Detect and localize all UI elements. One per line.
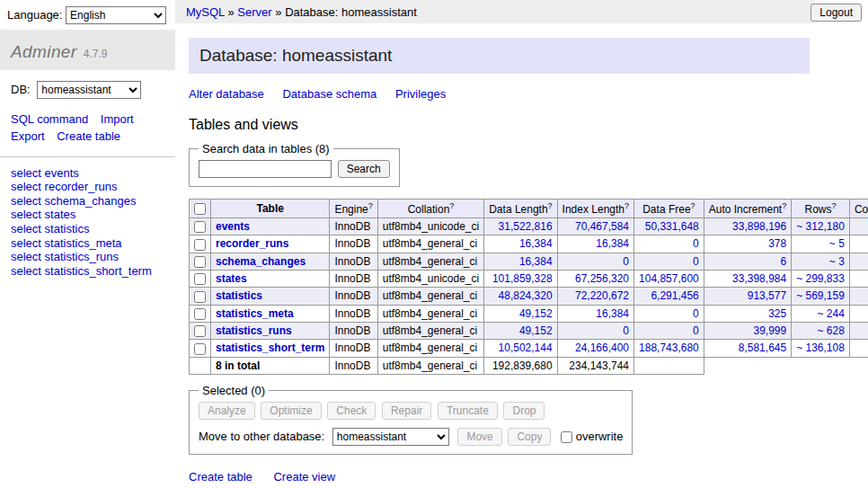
language-select[interactable]: English: [66, 6, 166, 24]
row-checkbox[interactable]: [194, 343, 206, 355]
breadcrumb-link-server[interactable]: Server: [237, 5, 271, 19]
rows-link[interactable]: ~ 628: [818, 324, 845, 337]
table-link[interactable]: statistics: [216, 289, 262, 302]
header-index-length[interactable]: Index Length?: [557, 200, 633, 218]
overwrite-checkbox[interactable]: [561, 431, 572, 443]
data-free-link[interactable]: 50,331,648: [645, 220, 699, 233]
rows-link[interactable]: ~ 312,180: [796, 220, 845, 233]
data-free-link[interactable]: 0: [693, 307, 699, 320]
row-checkbox[interactable]: [194, 291, 206, 303]
logout-button[interactable]: Logout: [810, 4, 862, 22]
sidebar-item-select-recorder-runs[interactable]: select recorder_runs: [11, 180, 164, 194]
header-auto-increment[interactable]: Auto Increment?: [704, 200, 791, 218]
sidebar-item-select-schema-changes[interactable]: select schema_changes: [11, 194, 164, 209]
row-checkbox[interactable]: [194, 256, 206, 268]
auto-increment-link[interactable]: 33,398,984: [732, 272, 786, 285]
data-free-link[interactable]: 104,857,600: [639, 272, 699, 285]
truncate-button[interactable]: Truncate: [438, 402, 498, 420]
sidebar-item-select-statistics-short-term[interactable]: select statistics_short_term: [11, 264, 164, 279]
data-free-link[interactable]: 0: [693, 237, 699, 250]
data-free-link[interactable]: 0: [693, 255, 699, 268]
data-length-link[interactable]: 31,522,816: [499, 220, 553, 233]
table-link[interactable]: events: [216, 220, 250, 233]
index-length-link[interactable]: 16,384: [596, 307, 629, 320]
sidebar-sql-command-link[interactable]: SQL command: [11, 112, 88, 126]
table-link[interactable]: statistics_meta: [216, 307, 294, 320]
row-checkbox[interactable]: [194, 308, 206, 320]
analyze-button[interactable]: Analyze: [199, 402, 255, 420]
breadcrumb-link-mysql[interactable]: MySQL: [186, 5, 225, 19]
sidebar-create-table-link[interactable]: Create table: [57, 129, 120, 143]
index-length-link[interactable]: 16,384: [596, 237, 629, 250]
sidebar-item-select-statistics-meta[interactable]: select statistics_meta: [11, 236, 164, 251]
row-checkbox[interactable]: [194, 239, 206, 251]
header-collation[interactable]: Collation?: [377, 200, 483, 218]
data-length-link[interactable]: 16,384: [519, 255, 553, 268]
rows-link[interactable]: ~ 569,159: [796, 289, 845, 302]
db-select[interactable]: homeassistant: [37, 81, 141, 99]
select-all-checkbox[interactable]: [194, 203, 206, 215]
row-checkbox[interactable]: [194, 273, 206, 285]
header-data-free[interactable]: Data Free?: [634, 200, 704, 218]
header-data-length[interactable]: Data Length?: [484, 200, 557, 218]
header-comment[interactable]: Comment?: [849, 200, 868, 218]
auto-increment-link[interactable]: 33,898,196: [732, 220, 786, 233]
index-length-link[interactable]: 24,166,400: [575, 342, 629, 354]
data-free-link[interactable]: 6,291,456: [651, 289, 698, 302]
rows-link[interactable]: ~ 136,108: [796, 342, 845, 354]
data-length-link[interactable]: 49,152: [519, 324, 553, 337]
sidebar-item-select-statistics[interactable]: select statistics: [11, 222, 164, 236]
data-free-link[interactable]: 188,743,680: [639, 342, 699, 354]
auto-increment-link[interactable]: 39,999: [753, 324, 786, 337]
index-length-link[interactable]: 70,467,584: [575, 220, 629, 233]
index-length-link[interactable]: 67,256,320: [575, 272, 629, 285]
repair-button[interactable]: Repair: [382, 402, 431, 420]
alter-database-link[interactable]: Alter database: [189, 87, 264, 101]
data-length-link[interactable]: 48,824,320: [499, 289, 553, 302]
data-free-link[interactable]: 0: [693, 324, 699, 337]
sidebar-item-select-statistics-runs[interactable]: select statistics_runs: [11, 250, 164, 264]
auto-increment-link[interactable]: 6: [780, 255, 786, 268]
rows-link[interactable]: ~ 3: [829, 255, 845, 268]
data-length-link[interactable]: 49,152: [519, 307, 553, 320]
header-rows[interactable]: Rows?: [792, 200, 850, 218]
table-link[interactable]: schema_changes: [216, 255, 306, 268]
auto-increment-link[interactable]: 8,581,645: [739, 342, 786, 354]
index-length-link[interactable]: 72,220,672: [575, 289, 629, 302]
data-length-link[interactable]: 101,859,328: [492, 272, 553, 285]
data-length-link[interactable]: 10,502,144: [499, 342, 553, 354]
row-checkbox[interactable]: [194, 221, 206, 233]
database-schema-link[interactable]: Database schema: [282, 87, 376, 101]
copy-button[interactable]: Copy: [508, 428, 551, 446]
create-table-link[interactable]: Create table: [189, 470, 252, 484]
sidebar-export-link[interactable]: Export: [11, 129, 45, 143]
create-view-link[interactable]: Create view: [273, 470, 335, 484]
table-link[interactable]: statistics_short_term: [216, 342, 324, 354]
rows-link[interactable]: ~ 299,833: [796, 272, 845, 285]
table-link[interactable]: states: [216, 272, 247, 285]
check-button[interactable]: Check: [327, 402, 376, 420]
sidebar-item-select-states[interactable]: select states: [11, 208, 164, 222]
index-length-link[interactable]: 0: [623, 324, 629, 337]
rows-link[interactable]: ~ 244: [818, 307, 845, 320]
auto-increment-link[interactable]: 913,577: [748, 289, 786, 302]
drop-button[interactable]: Drop: [503, 402, 545, 420]
table-link[interactable]: recorder_runs: [216, 237, 288, 250]
search-input[interactable]: [199, 160, 332, 178]
data-length-link[interactable]: 16,384: [519, 237, 553, 250]
search-button[interactable]: Search: [338, 160, 390, 178]
header-engine[interactable]: Engine?: [330, 200, 377, 218]
rows-link[interactable]: ~ 5: [829, 237, 845, 250]
move-database-select[interactable]: homeassistant: [332, 428, 449, 446]
index-length-link[interactable]: 0: [623, 255, 629, 268]
sidebar-import-link[interactable]: Import: [101, 112, 134, 126]
privileges-link[interactable]: Privileges: [395, 87, 446, 101]
optimize-button[interactable]: Optimize: [261, 402, 321, 420]
table-link[interactable]: statistics_runs: [216, 324, 292, 337]
auto-increment-link[interactable]: 325: [768, 307, 786, 320]
move-button[interactable]: Move: [457, 428, 501, 446]
auto-increment-link[interactable]: 378: [768, 237, 786, 250]
row-checkbox[interactable]: [194, 325, 206, 337]
header-table[interactable]: Table: [211, 200, 330, 218]
sidebar-item-select-events[interactable]: select events: [11, 166, 164, 181]
